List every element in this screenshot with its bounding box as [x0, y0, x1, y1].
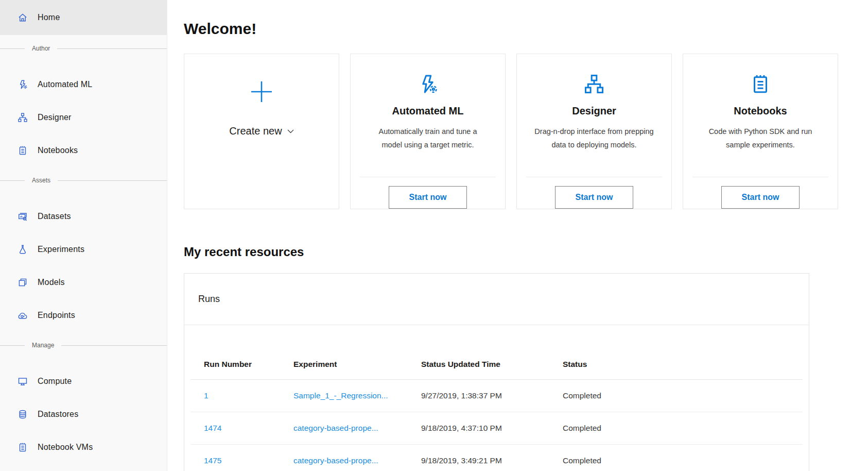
run-status: Completed	[563, 391, 803, 400]
notebooks-icon	[17, 145, 28, 156]
runs-tab-bar: Runs	[184, 274, 809, 325]
sidebar-item-label: Compute	[38, 377, 72, 386]
run-number-link[interactable]: 1475	[204, 456, 293, 465]
experiment-link[interactable]: Sample_1_-_Regression...	[293, 391, 421, 400]
datastores-icon	[17, 409, 28, 420]
experiment-link[interactable]: category-based-prope...	[293, 456, 421, 465]
main-content: Welcome! Create new	[167, 0, 868, 471]
sidebar-item-label: Home	[38, 13, 60, 22]
sidebar-item-datasets[interactable]: Datasets	[0, 200, 167, 233]
sidebar: Home Author Automated ML Designer	[0, 0, 167, 471]
card-description: Automatically train and tune a model usi…	[368, 125, 488, 152]
status-updated-time: 9/18/2019, 3:49:21 PM	[421, 456, 563, 465]
column-header-status: Status	[563, 360, 803, 369]
sidebar-section-manage: Manage	[0, 332, 167, 359]
sidebar-item-label: Models	[38, 278, 65, 287]
sidebar-item-designer[interactable]: Designer	[0, 101, 167, 134]
sidebar-item-label: Experiments	[38, 245, 84, 254]
recent-resources-title: My recent resources	[184, 244, 868, 259]
table-row: 1 Sample_1_-_Regression... 9/27/2019, 1:…	[190, 380, 803, 412]
table-row: 1474 category-based-prope... 9/18/2019, …	[190, 412, 803, 445]
table-header-row: Run Number Experiment Status Updated Tim…	[190, 325, 803, 380]
automated-ml-icon	[17, 79, 28, 90]
column-header-status-updated-time: Status Updated Time	[421, 360, 563, 369]
sidebar-item-home[interactable]: Home	[0, 0, 167, 35]
sidebar-item-notebook-vms[interactable]: Notebook VMs	[0, 431, 167, 464]
divider-line	[0, 180, 25, 181]
start-now-button-automated-ml[interactable]: Start now	[389, 186, 467, 209]
endpoints-icon	[17, 310, 28, 321]
compute-icon	[17, 376, 28, 387]
chevron-down-icon[interactable]	[287, 129, 294, 133]
notebooks-card[interactable]: Notebooks Code with Python SDK and run s…	[683, 54, 838, 209]
column-header-experiment: Experiment	[293, 360, 421, 369]
status-updated-time: 9/27/2019, 1:38:37 PM	[421, 391, 563, 400]
card-description: Drag-n-drop interface from prepping data…	[534, 125, 654, 152]
column-header-run-number: Run Number	[204, 360, 293, 369]
recent-resources-panel: Runs Run Number Experiment Status Update…	[184, 273, 809, 471]
models-icon	[17, 277, 28, 288]
designer-card[interactable]: Designer Drag-n-drop interface from prep…	[516, 54, 672, 209]
divider-line	[57, 48, 167, 49]
card-divider	[692, 177, 828, 177]
sidebar-item-label: Datasets	[38, 212, 71, 221]
sidebar-section-assets: Assets	[0, 167, 167, 194]
notebooks-icon	[749, 72, 772, 96]
sidebar-item-label: Endpoints	[38, 311, 75, 320]
status-updated-time: 9/18/2019, 4:37:10 PM	[421, 424, 563, 433]
sidebar-item-label: Datastores	[38, 410, 78, 419]
start-now-button-designer[interactable]: Start now	[555, 186, 633, 209]
start-now-button-notebooks[interactable]: Start now	[721, 186, 800, 209]
card-footer: Start now	[517, 177, 671, 209]
sidebar-item-compute[interactable]: Compute	[0, 365, 167, 398]
sidebar-item-endpoints[interactable]: Endpoints	[0, 299, 167, 332]
sidebar-item-datastores[interactable]: Datastores	[0, 398, 167, 431]
section-label: Author	[32, 45, 50, 52]
home-icon	[17, 12, 28, 23]
sidebar-section-manage-items: Compute Datastores Notebook VMs	[0, 359, 167, 464]
sidebar-section-author-items: Automated ML Designer Notebooks	[0, 62, 167, 167]
sidebar-item-label: Designer	[38, 113, 72, 122]
card-title: Automated ML	[392, 104, 464, 117]
card-divider	[360, 177, 496, 177]
sidebar-section-author: Author	[0, 35, 167, 62]
sidebar-item-label: Notebooks	[38, 146, 78, 155]
quick-start-cards: Create new Automated ML Automatically tr…	[184, 54, 868, 209]
sidebar-section-assets-items: Datasets Experiments Models Endpoints	[0, 194, 167, 332]
table-row: 1475 category-based-prope... 9/18/2019, …	[190, 445, 803, 471]
section-label: Manage	[32, 342, 54, 349]
divider-line	[0, 345, 25, 346]
automated-ml-icon	[416, 72, 440, 96]
card-description: Code with Python SDK and run sample expe…	[700, 125, 821, 152]
run-status: Completed	[563, 424, 803, 433]
card-divider	[526, 177, 662, 177]
designer-icon	[582, 72, 606, 96]
create-new-label: Create new	[229, 125, 282, 137]
create-new-card[interactable]: Create new	[184, 54, 339, 209]
sidebar-item-automated-ml[interactable]: Automated ML	[0, 68, 167, 101]
experiments-icon	[17, 244, 28, 255]
section-label: Assets	[32, 177, 50, 184]
run-number-link[interactable]: 1474	[204, 424, 293, 433]
run-number-link[interactable]: 1	[204, 391, 293, 400]
card-title: Notebooks	[734, 104, 787, 117]
tab-runs[interactable]: Runs	[198, 294, 220, 305]
sidebar-item-notebooks[interactable]: Notebooks	[0, 134, 167, 167]
divider-line	[58, 180, 167, 181]
notebook-vms-icon	[17, 442, 28, 453]
divider-line	[61, 345, 167, 346]
card-footer: Start now	[683, 177, 838, 209]
card-footer: Start now	[351, 177, 505, 209]
sidebar-item-label: Automated ML	[38, 80, 92, 89]
runs-table: Run Number Experiment Status Updated Tim…	[190, 325, 803, 471]
plus-icon	[248, 78, 275, 105]
azure-ml-studio-home: Home Author Automated ML Designer	[0, 0, 868, 471]
page-title: Welcome!	[184, 20, 868, 38]
sidebar-item-experiments[interactable]: Experiments	[0, 233, 167, 266]
automated-ml-card[interactable]: Automated ML Automatically train and tun…	[350, 54, 506, 209]
sidebar-item-models[interactable]: Models	[0, 266, 167, 299]
card-title: Designer	[572, 104, 616, 117]
divider-line	[0, 48, 25, 49]
designer-icon	[17, 112, 28, 123]
experiment-link[interactable]: category-based-prope...	[293, 424, 421, 433]
